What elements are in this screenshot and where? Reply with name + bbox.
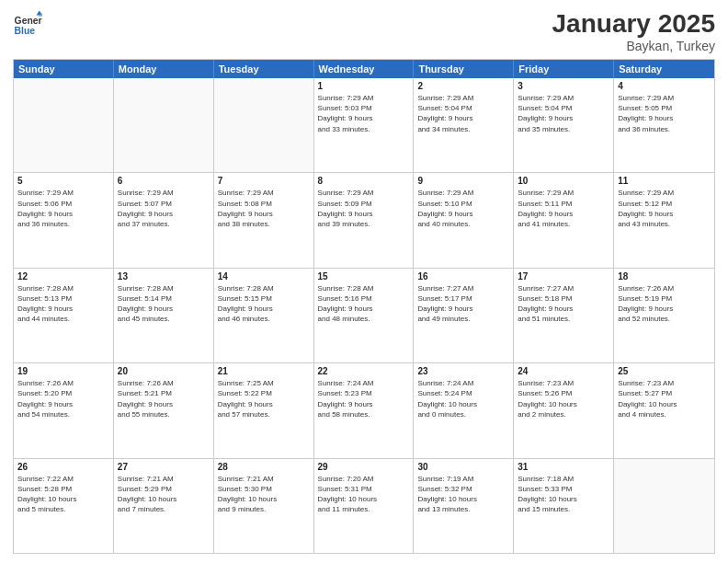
day-cell-21: 21Sunrise: 7:25 AMSunset: 5:22 PMDayligh… bbox=[214, 363, 314, 457]
cell-info-line: Daylight: 9 hours bbox=[218, 399, 310, 409]
cell-info-line: and 46 minutes. bbox=[218, 314, 310, 324]
cell-info-line: Sunrise: 7:29 AM bbox=[618, 188, 711, 198]
cell-info-line: Daylight: 10 hours bbox=[618, 399, 711, 409]
cell-info-line: Daylight: 9 hours bbox=[518, 209, 609, 219]
calendar-row-0: 1Sunrise: 7:29 AMSunset: 5:03 PMDaylight… bbox=[14, 78, 714, 172]
cell-info-line: Sunrise: 7:26 AM bbox=[118, 378, 210, 388]
cell-info-line: Daylight: 10 hours bbox=[417, 399, 509, 409]
cell-info-line: and 51 minutes. bbox=[518, 314, 609, 324]
day-cell-16: 16Sunrise: 7:27 AMSunset: 5:17 PMDayligh… bbox=[414, 269, 514, 362]
day-number: 26 bbox=[17, 462, 109, 472]
cell-info-line: and 41 minutes. bbox=[518, 219, 609, 229]
logo-icon: General Blue bbox=[13, 9, 42, 39]
day-number: 2 bbox=[417, 81, 509, 91]
cell-info-line: Sunset: 5:26 PM bbox=[518, 388, 609, 398]
header-cell-thursday: Thursday bbox=[414, 60, 514, 78]
cell-info-line: and 45 minutes. bbox=[118, 314, 210, 324]
cell-info-line: and 35 minutes. bbox=[518, 124, 609, 134]
day-cell-22: 22Sunrise: 7:24 AMSunset: 5:23 PMDayligh… bbox=[314, 363, 415, 457]
day-number: 31 bbox=[518, 462, 609, 472]
day-cell-19: 19Sunrise: 7:26 AMSunset: 5:20 PMDayligh… bbox=[14, 363, 114, 457]
cell-info-line: and 57 minutes. bbox=[218, 409, 310, 419]
day-cell-27: 27Sunrise: 7:21 AMSunset: 5:29 PMDayligh… bbox=[114, 459, 214, 553]
cell-info-line: Sunrise: 7:28 AM bbox=[17, 283, 109, 293]
cell-info-line: and 36 minutes. bbox=[618, 124, 711, 134]
header-cell-tuesday: Tuesday bbox=[214, 60, 314, 78]
cell-info-line: Daylight: 9 hours bbox=[618, 113, 711, 123]
cell-info-line: Sunset: 5:04 PM bbox=[417, 103, 509, 113]
cell-info-line: Sunrise: 7:29 AM bbox=[318, 93, 410, 103]
month-title: January 2025 bbox=[552, 9, 715, 39]
cell-info-line: and 52 minutes. bbox=[618, 314, 711, 324]
cell-info-line: and 36 minutes. bbox=[17, 219, 109, 229]
cell-info-line: Daylight: 9 hours bbox=[618, 209, 711, 219]
cell-info-line: Daylight: 10 hours bbox=[218, 494, 310, 504]
cell-info-line: Sunset: 5:33 PM bbox=[518, 484, 609, 494]
cell-info-line: and 13 minutes. bbox=[417, 504, 509, 514]
cell-info-line: and 7 minutes. bbox=[118, 504, 210, 514]
day-number: 27 bbox=[118, 462, 210, 472]
page: General Blue January 2025 Baykan, Turkey… bbox=[0, 0, 728, 563]
day-cell-25: 25Sunrise: 7:23 AMSunset: 5:27 PMDayligh… bbox=[614, 363, 714, 457]
cell-info-line: Sunrise: 7:25 AM bbox=[218, 378, 310, 388]
day-cell-2: 2Sunrise: 7:29 AMSunset: 5:04 PMDaylight… bbox=[414, 78, 514, 172]
day-number: 24 bbox=[518, 366, 609, 376]
cell-info-line: Daylight: 10 hours bbox=[518, 494, 609, 504]
day-number: 23 bbox=[417, 366, 509, 376]
cell-info-line: Sunrise: 7:23 AM bbox=[618, 378, 711, 388]
cell-info-line: and 40 minutes. bbox=[417, 219, 509, 229]
day-number: 3 bbox=[518, 81, 609, 91]
day-cell-29: 29Sunrise: 7:20 AMSunset: 5:31 PMDayligh… bbox=[314, 459, 415, 553]
header-cell-monday: Monday bbox=[114, 60, 214, 78]
cell-info-line: Sunset: 5:07 PM bbox=[118, 199, 210, 209]
location-title: Baykan, Turkey bbox=[552, 39, 715, 53]
cell-info-line: Daylight: 9 hours bbox=[318, 209, 410, 219]
empty-cell-0-2 bbox=[214, 78, 314, 172]
cell-info-line: Daylight: 9 hours bbox=[118, 304, 210, 314]
day-number: 6 bbox=[118, 176, 210, 186]
cell-info-line: and 49 minutes. bbox=[417, 314, 509, 324]
cell-info-line: Sunset: 5:08 PM bbox=[218, 199, 310, 209]
day-cell-5: 5Sunrise: 7:29 AMSunset: 5:06 PMDaylight… bbox=[14, 173, 114, 267]
cell-info-line: Sunrise: 7:19 AM bbox=[417, 474, 509, 484]
cell-info-line: Sunrise: 7:26 AM bbox=[17, 378, 109, 388]
cell-info-line: Daylight: 10 hours bbox=[118, 494, 210, 504]
day-number: 13 bbox=[118, 271, 210, 282]
cell-info-line: Sunset: 5:16 PM bbox=[318, 293, 410, 304]
cell-info-line: Daylight: 9 hours bbox=[118, 209, 210, 219]
day-cell-10: 10Sunrise: 7:29 AMSunset: 5:11 PMDayligh… bbox=[514, 173, 614, 267]
calendar-row-1: 5Sunrise: 7:29 AMSunset: 5:06 PMDaylight… bbox=[14, 172, 714, 267]
cell-info-line: Sunrise: 7:23 AM bbox=[518, 378, 609, 388]
day-number: 25 bbox=[618, 366, 711, 376]
cell-info-line: and 38 minutes. bbox=[218, 219, 310, 229]
cell-info-line: and 33 minutes. bbox=[318, 124, 410, 134]
day-cell-31: 31Sunrise: 7:18 AMSunset: 5:33 PMDayligh… bbox=[514, 459, 614, 553]
cell-info-line: Daylight: 10 hours bbox=[518, 399, 609, 409]
logo: General Blue bbox=[13, 9, 42, 39]
cell-info-line: Sunset: 5:29 PM bbox=[118, 484, 210, 494]
day-cell-12: 12Sunrise: 7:28 AMSunset: 5:13 PMDayligh… bbox=[14, 269, 114, 362]
day-number: 30 bbox=[417, 462, 509, 472]
cell-info-line: Sunset: 5:19 PM bbox=[618, 293, 711, 304]
cell-info-line: Daylight: 9 hours bbox=[17, 399, 109, 409]
cell-info-line: and 11 minutes. bbox=[318, 504, 410, 514]
cell-info-line: Sunset: 5:14 PM bbox=[118, 293, 210, 304]
cell-info-line: Daylight: 9 hours bbox=[618, 304, 711, 314]
cell-info-line: Sunset: 5:12 PM bbox=[618, 199, 711, 209]
day-cell-1: 1Sunrise: 7:29 AMSunset: 5:03 PMDaylight… bbox=[314, 78, 415, 172]
day-cell-3: 3Sunrise: 7:29 AMSunset: 5:04 PMDaylight… bbox=[514, 78, 614, 172]
header: General Blue January 2025 Baykan, Turkey bbox=[13, 9, 715, 53]
day-number: 7 bbox=[218, 176, 310, 186]
day-cell-15: 15Sunrise: 7:28 AMSunset: 5:16 PMDayligh… bbox=[314, 269, 415, 362]
cell-info-line: Daylight: 9 hours bbox=[518, 304, 609, 314]
cell-info-line: Sunset: 5:11 PM bbox=[518, 199, 609, 209]
cell-info-line: Sunrise: 7:29 AM bbox=[518, 93, 609, 103]
day-cell-28: 28Sunrise: 7:21 AMSunset: 5:30 PMDayligh… bbox=[214, 459, 314, 553]
day-number: 18 bbox=[618, 271, 711, 282]
cell-info-line: Daylight: 9 hours bbox=[518, 113, 609, 123]
cell-info-line: and 9 minutes. bbox=[218, 504, 310, 514]
cell-info-line: Sunrise: 7:29 AM bbox=[417, 188, 509, 198]
cell-info-line: Sunrise: 7:29 AM bbox=[618, 93, 711, 103]
cell-info-line: Sunrise: 7:29 AM bbox=[118, 188, 210, 198]
title-block: January 2025 Baykan, Turkey bbox=[552, 9, 715, 53]
